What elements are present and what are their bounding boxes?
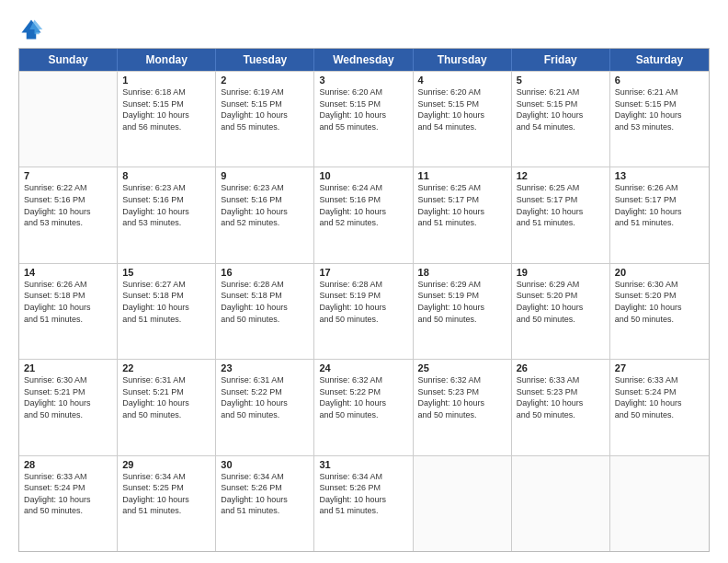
cal-week-2: 14Sunrise: 6:26 AM Sunset: 5:18 PM Dayli…: [19, 263, 709, 359]
day-info: Sunrise: 6:25 AM Sunset: 5:17 PM Dayligh…: [517, 182, 605, 228]
cal-header-tuesday: Tuesday: [216, 49, 314, 71]
cal-cell-1-6: 13Sunrise: 6:26 AM Sunset: 5:17 PM Dayli…: [610, 167, 709, 262]
day-number: 13: [615, 170, 704, 181]
cal-cell-1-3: 10Sunrise: 6:24 AM Sunset: 5:16 PM Dayli…: [314, 167, 413, 262]
day-info: Sunrise: 6:26 AM Sunset: 5:17 PM Dayligh…: [615, 182, 704, 228]
day-info: Sunrise: 6:18 AM Sunset: 5:15 PM Dayligh…: [122, 86, 210, 132]
day-number: 19: [517, 267, 605, 278]
logo: [18, 17, 50, 42]
day-info: Sunrise: 6:30 AM Sunset: 5:21 PM Dayligh…: [24, 374, 112, 420]
cal-cell-2-2: 16Sunrise: 6:28 AM Sunset: 5:18 PM Dayli…: [216, 264, 314, 359]
day-number: 9: [221, 170, 309, 181]
day-info: Sunrise: 6:30 AM Sunset: 5:20 PM Dayligh…: [615, 279, 704, 325]
cal-header-monday: Monday: [118, 49, 216, 71]
day-number: 21: [24, 362, 112, 373]
cal-cell-2-1: 15Sunrise: 6:27 AM Sunset: 5:18 PM Dayli…: [118, 264, 216, 359]
cal-week-4: 28Sunrise: 6:33 AM Sunset: 5:24 PM Dayli…: [19, 455, 709, 551]
day-info: Sunrise: 6:20 AM Sunset: 5:15 PM Dayligh…: [319, 86, 407, 132]
day-number: 3: [319, 75, 407, 86]
day-info: Sunrise: 6:24 AM Sunset: 5:16 PM Dayligh…: [319, 182, 407, 228]
cal-week-0: 1Sunrise: 6:18 AM Sunset: 5:15 PM Daylig…: [19, 71, 709, 167]
page: SundayMondayTuesdayWednesdayThursdayFrid…: [0, 0, 728, 563]
cal-cell-2-3: 17Sunrise: 6:28 AM Sunset: 5:19 PM Dayli…: [314, 264, 413, 359]
day-info: Sunrise: 6:29 AM Sunset: 5:20 PM Dayligh…: [517, 279, 605, 325]
calendar: SundayMondayTuesdayWednesdayThursdayFrid…: [18, 48, 710, 552]
cal-cell-4-6: [610, 456, 709, 551]
day-info: Sunrise: 6:23 AM Sunset: 5:16 PM Dayligh…: [221, 182, 309, 228]
cal-cell-0-2: 2Sunrise: 6:19 AM Sunset: 5:15 PM Daylig…: [216, 72, 314, 167]
cal-cell-2-6: 20Sunrise: 6:30 AM Sunset: 5:20 PM Dayli…: [610, 264, 709, 359]
day-number: 15: [122, 267, 210, 278]
cal-header-sunday: Sunday: [19, 49, 118, 71]
logo-icon: [18, 17, 44, 42]
cal-cell-2-0: 14Sunrise: 6:26 AM Sunset: 5:18 PM Dayli…: [19, 264, 118, 359]
cal-cell-2-4: 18Sunrise: 6:29 AM Sunset: 5:19 PM Dayli…: [414, 264, 512, 359]
cal-week-1: 7Sunrise: 6:22 AM Sunset: 5:16 PM Daylig…: [19, 167, 709, 262]
cal-header-friday: Friday: [512, 49, 610, 71]
day-info: Sunrise: 6:22 AM Sunset: 5:16 PM Dayligh…: [24, 182, 112, 228]
cal-cell-4-0: 28Sunrise: 6:33 AM Sunset: 5:24 PM Dayli…: [19, 456, 118, 551]
day-number: 1: [122, 75, 210, 86]
cal-header-saturday: Saturday: [610, 49, 709, 71]
cal-cell-0-4: 4Sunrise: 6:20 AM Sunset: 5:15 PM Daylig…: [414, 72, 512, 167]
calendar-body: 1Sunrise: 6:18 AM Sunset: 5:15 PM Daylig…: [19, 71, 709, 551]
day-info: Sunrise: 6:25 AM Sunset: 5:17 PM Dayligh…: [418, 182, 506, 228]
day-number: 16: [221, 267, 309, 278]
cal-cell-3-6: 27Sunrise: 6:33 AM Sunset: 5:24 PM Dayli…: [610, 360, 709, 454]
cal-cell-0-3: 3Sunrise: 6:20 AM Sunset: 5:15 PM Daylig…: [314, 72, 413, 167]
day-info: Sunrise: 6:19 AM Sunset: 5:15 PM Dayligh…: [221, 86, 309, 132]
cal-cell-1-5: 12Sunrise: 6:25 AM Sunset: 5:17 PM Dayli…: [512, 167, 610, 262]
cal-cell-4-2: 30Sunrise: 6:34 AM Sunset: 5:26 PM Dayli…: [216, 456, 314, 551]
day-info: Sunrise: 6:21 AM Sunset: 5:15 PM Dayligh…: [517, 86, 605, 132]
day-info: Sunrise: 6:29 AM Sunset: 5:19 PM Dayligh…: [418, 279, 506, 325]
cal-cell-4-3: 31Sunrise: 6:34 AM Sunset: 5:26 PM Dayli…: [314, 456, 413, 551]
cal-cell-3-1: 22Sunrise: 6:31 AM Sunset: 5:21 PM Dayli…: [118, 360, 216, 454]
cal-cell-0-5: 5Sunrise: 6:21 AM Sunset: 5:15 PM Daylig…: [512, 72, 610, 167]
cal-cell-0-1: 1Sunrise: 6:18 AM Sunset: 5:15 PM Daylig…: [118, 72, 216, 167]
cal-cell-3-2: 23Sunrise: 6:31 AM Sunset: 5:22 PM Dayli…: [216, 360, 314, 454]
day-info: Sunrise: 6:34 AM Sunset: 5:25 PM Dayligh…: [122, 471, 210, 517]
day-number: 18: [418, 267, 506, 278]
calendar-header-row: SundayMondayTuesdayWednesdayThursdayFrid…: [19, 49, 709, 71]
day-number: 20: [615, 267, 704, 278]
day-number: 24: [319, 362, 407, 373]
day-info: Sunrise: 6:26 AM Sunset: 5:18 PM Dayligh…: [24, 279, 112, 325]
day-info: Sunrise: 6:32 AM Sunset: 5:23 PM Dayligh…: [418, 374, 506, 420]
cal-cell-2-5: 19Sunrise: 6:29 AM Sunset: 5:20 PM Dayli…: [512, 264, 610, 359]
day-number: 29: [122, 459, 210, 470]
day-number: 10: [319, 170, 407, 181]
day-number: 26: [517, 362, 605, 373]
day-number: 5: [517, 75, 605, 86]
day-info: Sunrise: 6:23 AM Sunset: 5:16 PM Dayligh…: [122, 182, 210, 228]
day-number: 12: [517, 170, 605, 181]
cal-cell-1-2: 9Sunrise: 6:23 AM Sunset: 5:16 PM Daylig…: [216, 167, 314, 262]
cal-cell-3-3: 24Sunrise: 6:32 AM Sunset: 5:22 PM Dayli…: [314, 360, 413, 454]
cal-cell-4-4: [414, 456, 512, 551]
cal-cell-1-1: 8Sunrise: 6:23 AM Sunset: 5:16 PM Daylig…: [118, 167, 216, 262]
day-number: 6: [615, 75, 704, 86]
day-number: 11: [418, 170, 506, 181]
cal-cell-4-5: [512, 456, 610, 551]
header: [18, 17, 710, 42]
day-info: Sunrise: 6:21 AM Sunset: 5:15 PM Dayligh…: [615, 86, 704, 132]
day-number: 8: [122, 170, 210, 181]
day-number: 14: [24, 267, 112, 278]
day-info: Sunrise: 6:31 AM Sunset: 5:22 PM Dayligh…: [221, 374, 309, 420]
day-info: Sunrise: 6:28 AM Sunset: 5:19 PM Dayligh…: [319, 279, 407, 325]
day-info: Sunrise: 6:32 AM Sunset: 5:22 PM Dayligh…: [319, 374, 407, 420]
cal-cell-3-5: 26Sunrise: 6:33 AM Sunset: 5:23 PM Dayli…: [512, 360, 610, 454]
day-info: Sunrise: 6:33 AM Sunset: 5:23 PM Dayligh…: [517, 374, 605, 420]
cal-cell-1-4: 11Sunrise: 6:25 AM Sunset: 5:17 PM Dayli…: [414, 167, 512, 262]
day-info: Sunrise: 6:20 AM Sunset: 5:15 PM Dayligh…: [418, 86, 506, 132]
day-info: Sunrise: 6:34 AM Sunset: 5:26 PM Dayligh…: [221, 471, 309, 517]
day-number: 7: [24, 170, 112, 181]
cal-header-thursday: Thursday: [414, 49, 512, 71]
day-number: 4: [418, 75, 506, 86]
day-number: 17: [319, 267, 407, 278]
day-number: 25: [418, 362, 506, 373]
cal-cell-3-4: 25Sunrise: 6:32 AM Sunset: 5:23 PM Dayli…: [414, 360, 512, 454]
cal-cell-4-1: 29Sunrise: 6:34 AM Sunset: 5:25 PM Dayli…: [118, 456, 216, 551]
day-info: Sunrise: 6:27 AM Sunset: 5:18 PM Dayligh…: [122, 279, 210, 325]
cal-cell-0-6: 6Sunrise: 6:21 AM Sunset: 5:15 PM Daylig…: [610, 72, 709, 167]
cal-week-3: 21Sunrise: 6:30 AM Sunset: 5:21 PM Dayli…: [19, 359, 709, 454]
